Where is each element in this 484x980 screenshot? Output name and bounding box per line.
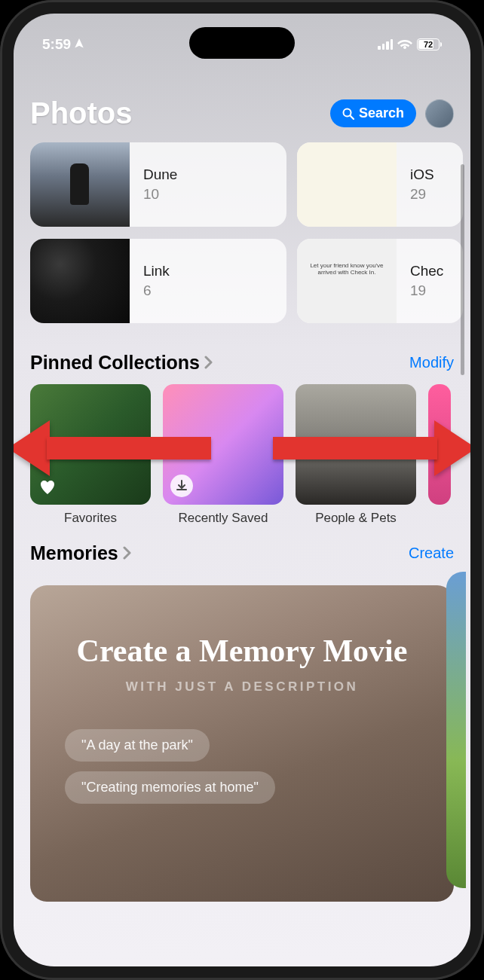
collection-people-pets[interactable]: People & Pets: [296, 384, 416, 526]
screen: 5:59 72 Photos: [14, 14, 470, 966]
album-count: 10: [143, 186, 177, 203]
collection-thumbnail: [30, 384, 151, 505]
suggestion-chip[interactable]: "A day at the park": [65, 729, 210, 762]
album-name: Link: [143, 263, 170, 279]
collection-extra[interactable]: [428, 384, 451, 526]
search-button[interactable]: Search: [330, 99, 416, 127]
dynamic-island: [189, 27, 295, 59]
modify-button[interactable]: Modify: [409, 354, 454, 371]
album-card-ios[interactable]: iOS 29: [297, 142, 463, 227]
album-row-2[interactable]: Link 6 Let your friend know you've arriv…: [14, 239, 470, 335]
album-thumbnail: Let your friend know you've arrived with…: [297, 239, 397, 323]
download-icon: [170, 475, 193, 497]
collection-label: Recently Saved: [178, 511, 268, 526]
collection-thumbnail: [163, 384, 283, 505]
app-header: Photos Search: [14, 96, 470, 142]
cellular-icon: [378, 39, 393, 50]
thumbnail-text: Let your friend know you've arrived with…: [310, 262, 383, 276]
search-label: Search: [359, 105, 404, 121]
section-title-label: Pinned Collections: [30, 352, 200, 374]
collection-thumbnail: [428, 384, 451, 505]
profile-avatar[interactable]: [425, 99, 454, 128]
album-name: Chec: [410, 263, 443, 279]
section-title-label: Memories: [30, 542, 118, 564]
album-thumbnail: [30, 142, 130, 227]
album-thumbnail: [30, 239, 130, 323]
memory-card-title: Create a Memory Movie: [77, 633, 408, 669]
location-icon: [74, 38, 84, 50]
album-row-1[interactable]: Dune 10 iOS 29: [14, 142, 470, 239]
suggestion-chip[interactable]: "Creating memories at home": [65, 771, 275, 804]
memories-header: Memories Create: [14, 526, 470, 575]
battery-level: 72: [424, 40, 433, 49]
album-name: iOS: [410, 166, 434, 183]
pinned-collections-row[interactable]: Favorites Recently Saved People & Pets: [14, 384, 470, 526]
memories-title[interactable]: Memories: [30, 542, 132, 564]
album-count: 6: [143, 282, 170, 299]
collection-label: People & Pets: [315, 511, 397, 526]
album-count: 19: [410, 282, 443, 299]
album-count: 29: [410, 186, 434, 203]
collection-thumbnail: [296, 384, 416, 505]
chevron-right-icon: [204, 352, 213, 374]
album-thumbnail: [297, 142, 397, 227]
collection-recently-saved[interactable]: Recently Saved: [163, 384, 283, 526]
album-card-checkin[interactable]: Let your friend know you've arrived with…: [297, 239, 463, 323]
collection-label: Favorites: [64, 511, 117, 526]
album-card-link[interactable]: Link 6: [30, 239, 286, 323]
pinned-collections-header: Pinned Collections Modify: [14, 335, 470, 384]
next-memory-peek[interactable]: [446, 572, 466, 888]
album-card-dune[interactable]: Dune 10: [30, 142, 286, 227]
page-title: Photos: [30, 96, 133, 130]
heart-icon: [38, 478, 57, 497]
svg-line-1: [350, 115, 354, 119]
wifi-icon: [397, 38, 412, 50]
phone-frame: 5:59 72 Photos: [0, 0, 484, 980]
memory-movie-card[interactable]: Create a Memory Movie WITH JUST A DESCRI…: [30, 585, 454, 902]
create-button[interactable]: Create: [409, 545, 454, 562]
time-label: 5:59: [42, 36, 71, 53]
pinned-collections-title[interactable]: Pinned Collections: [30, 352, 213, 374]
chevron-right-icon: [123, 542, 132, 564]
album-name: Dune: [143, 166, 177, 183]
scrollbar[interactable]: [461, 164, 464, 375]
collection-favorites[interactable]: Favorites: [30, 384, 151, 526]
search-icon: [342, 108, 354, 120]
status-time: 5:59: [42, 36, 84, 53]
battery-icon: 72: [417, 38, 442, 50]
memory-card-subtitle: WITH JUST A DESCRIPTION: [126, 679, 359, 695]
